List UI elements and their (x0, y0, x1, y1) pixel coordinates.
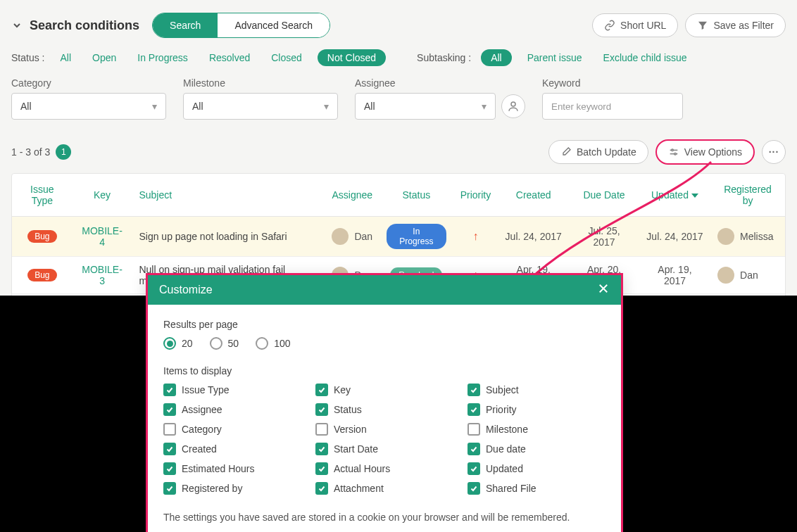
checkbox-icon (163, 443, 176, 455)
display-item-option[interactable]: Subject (467, 384, 605, 396)
col-priority[interactable]: Priority (453, 174, 498, 217)
radio-icon (256, 337, 268, 350)
assignee-select[interactable]: All ▾ (355, 93, 496, 120)
milestone-select[interactable]: All ▾ (183, 93, 338, 120)
checkbox-icon (163, 482, 176, 495)
status-all[interactable]: All (54, 49, 77, 66)
avatar (332, 228, 349, 245)
results-per-page-option[interactable]: 20 (163, 337, 193, 350)
short-url-button[interactable]: Short URL (592, 13, 678, 37)
close-icon (597, 282, 610, 295)
issue-key-link[interactable]: MOBILE-4 (82, 225, 123, 248)
display-item-option[interactable]: Assignee (163, 403, 301, 416)
checkbox-icon (315, 482, 328, 495)
due-date: Jul. 25, 2017 (569, 217, 639, 257)
category-label: Category (11, 77, 166, 89)
priority-up-icon: ↑ (472, 230, 478, 242)
avatar (717, 228, 734, 245)
display-item-option[interactable]: Shared File (467, 482, 605, 495)
close-button[interactable] (597, 282, 610, 298)
issue-subject: Sign up page not loading in Safari (132, 217, 325, 257)
batch-update-button[interactable]: Batch Update (548, 140, 648, 164)
customize-popup: Customize Results per page 2050100 Items… (146, 273, 623, 532)
view-options-button[interactable]: View Options (655, 139, 755, 165)
page-badge: 1 (56, 144, 71, 160)
assignee-me-button[interactable] (501, 94, 525, 118)
display-item-option[interactable]: Attachment (315, 482, 453, 495)
toggle-conditions[interactable]: Search conditions (11, 18, 139, 33)
user-icon (507, 100, 520, 113)
status-badge: In Progress (387, 224, 446, 249)
table-row[interactable]: Bug MOBILE-4 Sign up page not loading in… (12, 217, 785, 257)
col-duedate[interactable]: Due Date (569, 174, 639, 217)
checkbox-icon (163, 403, 176, 416)
col-status[interactable]: Status (379, 174, 453, 217)
checkbox-icon (467, 384, 480, 396)
display-item-option[interactable]: Start Date (315, 443, 453, 455)
status-notclosed[interactable]: Not Closed (318, 49, 386, 66)
checkbox-icon (315, 423, 328, 436)
svg-point-0 (511, 102, 515, 106)
display-item-option[interactable]: Due date (467, 443, 605, 455)
keyword-label: Keyword (542, 77, 683, 89)
checkbox-icon (163, 384, 176, 396)
page-title: Search conditions (30, 18, 139, 33)
registered-by-name: Melissa (740, 231, 773, 242)
status-label: Status : (11, 52, 44, 63)
col-assignee[interactable]: Assignee (325, 174, 379, 217)
display-item-option[interactable]: Version (315, 423, 453, 436)
link-icon (604, 20, 615, 31)
display-item-option[interactable]: Issue Type (163, 384, 301, 396)
col-subject[interactable]: Subject (132, 174, 325, 217)
display-item-option[interactable]: Priority (467, 403, 605, 416)
issue-type-badge: Bug (27, 230, 56, 243)
col-updated[interactable]: Updated (639, 174, 710, 217)
checkbox-icon (163, 423, 176, 436)
results-per-page-option[interactable]: 100 (256, 337, 290, 350)
display-item-option[interactable]: Updated (467, 462, 605, 475)
tab-advanced-search[interactable]: Advanced Search (218, 13, 330, 37)
keyword-input[interactable] (542, 93, 683, 120)
updated-date: Apr. 19, 2017 (639, 257, 710, 294)
subtask-all[interactable]: All (481, 49, 512, 66)
checkbox-icon (315, 462, 328, 475)
issue-key-link[interactable]: MOBILE-3 (82, 264, 123, 286)
subtask-parent[interactable]: Parent issue (522, 49, 588, 66)
col-registeredby[interactable]: Registered by (710, 174, 785, 217)
display-item-option[interactable]: Created (163, 443, 301, 455)
subtask-exclude-child[interactable]: Exclude child issue (598, 49, 693, 66)
filter-icon (697, 20, 708, 31)
assignee-name: Dan (354, 231, 372, 242)
popup-note: The settings you have saved are stored i… (163, 510, 605, 525)
display-item-option[interactable]: Status (315, 403, 453, 416)
status-resolved[interactable]: Resolved (203, 49, 256, 66)
results-per-page-option[interactable]: 50 (210, 337, 239, 350)
milestone-label: Milestone (183, 77, 338, 89)
chevron-down-icon: ▾ (152, 101, 157, 112)
status-inprogress[interactable]: In Progress (132, 49, 194, 66)
registered-by-name: Dan (740, 270, 758, 281)
checkbox-icon (163, 462, 176, 475)
display-item-option[interactable]: Category (163, 423, 301, 436)
col-created[interactable]: Created (498, 174, 569, 217)
status-open[interactable]: Open (87, 49, 122, 66)
col-issuetype[interactable]: Issue Type (12, 174, 73, 217)
updated-date: Jul. 24, 2017 (639, 217, 710, 257)
display-item-option[interactable]: Actual Hours (315, 462, 453, 475)
display-item-option[interactable]: Registered by (163, 482, 301, 495)
display-item-option[interactable]: Key (315, 384, 453, 396)
category-select[interactable]: All ▾ (11, 93, 166, 120)
status-closed[interactable]: Closed (265, 49, 308, 66)
more-menu-button[interactable]: ··· (762, 140, 786, 164)
assignee-label: Assignee (355, 77, 496, 89)
chevron-down-icon: ▾ (324, 101, 329, 112)
col-key[interactable]: Key (73, 174, 132, 217)
display-item-option[interactable]: Estimated Hours (163, 462, 301, 475)
avatar (717, 267, 734, 284)
more-icon: ··· (769, 146, 779, 158)
created-date: Jul. 24, 2017 (498, 217, 569, 257)
save-as-filter-button[interactable]: Save as Filter (685, 13, 786, 37)
tab-search[interactable]: Search (153, 13, 218, 37)
checkbox-icon (315, 403, 328, 416)
display-item-option[interactable]: Milestone (467, 423, 605, 436)
